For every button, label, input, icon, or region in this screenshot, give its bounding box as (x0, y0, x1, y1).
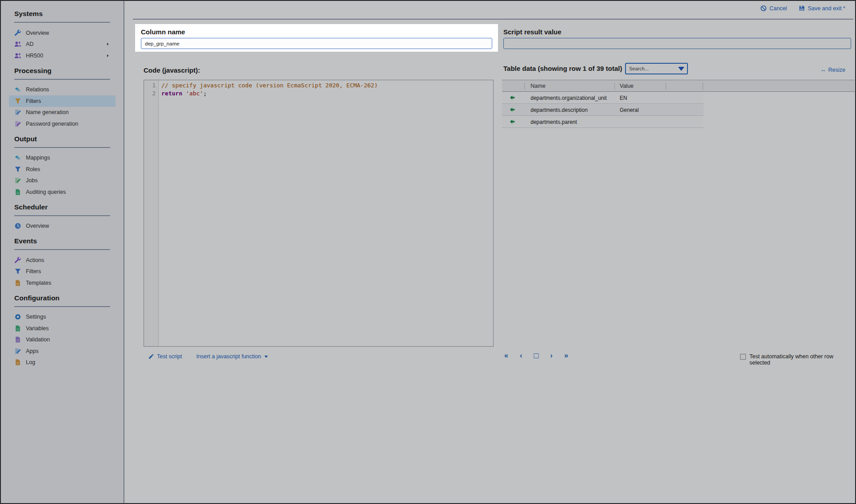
sidebar-item-ad[interactable]: AD (9, 39, 115, 50)
editor-actions: Test script Insert a javascript function (148, 353, 268, 360)
sidebar-section-divider (14, 79, 110, 80)
sidebar-section-title: Systems (14, 4, 110, 22)
document-icon (14, 336, 21, 343)
pencil-doc-icon (14, 109, 21, 116)
page-last-button[interactable]: » (564, 352, 568, 359)
table-row[interactable]: departments.parent (502, 116, 704, 128)
sidebar-item-label: Password generation (26, 121, 78, 127)
sidebar-section-configuration: ConfigurationSettingsVariablesValidation… (1, 289, 123, 369)
column-name-input[interactable] (141, 38, 492, 49)
row-value: EN (620, 95, 627, 101)
sidebar-item-label: Variables (26, 325, 49, 332)
table-row[interactable]: departments.descriptionGeneral (502, 104, 704, 116)
sidebar-item-overview[interactable]: Overview (9, 27, 115, 39)
auto-test-checkbox[interactable] (740, 354, 746, 360)
cancel-label: Cancel (770, 5, 787, 12)
sidebar-section-events: EventsActionsFiltersTemplates (1, 232, 123, 289)
cancel-button[interactable]: Cancel (760, 5, 787, 12)
content-divider (133, 19, 853, 20)
sidebar-item-hr500[interactable]: HR500 (9, 50, 115, 61)
funnel-icon (14, 166, 21, 173)
sidebar-item-label: Overview (26, 30, 49, 36)
sidebar-item-overview[interactable]: Overview (9, 221, 115, 232)
document-icon (14, 188, 21, 196)
sidebar-item-label: Validation (26, 336, 50, 343)
sidebar-item-filters[interactable]: Filters (9, 95, 115, 107)
sidebar-item-actions[interactable]: Actions (9, 254, 115, 266)
sidebar-item-label: Log (26, 359, 35, 365)
sidebar-item-label: Name generation (26, 109, 69, 115)
sidebar-section-divider (14, 306, 110, 307)
header-divider (614, 83, 615, 90)
data-table: Name Value departments.organizational_un… (502, 80, 855, 128)
row-name: departments.organizational_unit (531, 95, 607, 101)
submenu-chevron-icon (106, 53, 110, 58)
page-current-button[interactable]: □ (534, 352, 539, 360)
sidebar-item-mappings[interactable]: Mappings (9, 152, 115, 164)
sidebar-item-label: Auditing queries (26, 189, 66, 195)
document-icon (14, 279, 21, 287)
sidebar-item-password-generation[interactable]: Password generation (9, 118, 115, 130)
sidebar-item-apps[interactable]: Apps (9, 345, 115, 357)
row-name: departments.description (531, 107, 588, 113)
table-row[interactable]: departments.organizational_unitEN (502, 92, 704, 104)
sidebar-section-title: Output (14, 130, 110, 147)
test-script-label: Test script (157, 353, 182, 360)
pagination: « ‹ □ › » (504, 352, 568, 360)
sidebar-item-label: HR500 (26, 53, 43, 59)
sidebar-item-relations[interactable]: Relations (9, 84, 115, 96)
sidebar-item-log[interactable]: Log (9, 357, 115, 369)
save-icon (798, 5, 805, 12)
column-name-panel: Column name (135, 24, 498, 52)
insert-column-arrow-icon[interactable] (509, 119, 515, 125)
sidebar-item-roles[interactable]: Roles (9, 164, 115, 175)
sidebar-section-processing: ProcessingRelationsFiltersName generatio… (1, 61, 123, 130)
sidebar-item-auditing-queries[interactable]: Auditing queries (9, 186, 115, 198)
sidebar-item-templates[interactable]: Templates (9, 277, 115, 289)
sidebar-item-label: Mappings (26, 155, 50, 161)
gear-icon (14, 313, 21, 320)
code-token-string: 'abc' (186, 90, 203, 97)
wrench-icon (14, 29, 21, 37)
insert-column-arrow-icon[interactable] (509, 107, 515, 113)
sidebar-item-variables[interactable]: Variables (9, 323, 115, 334)
sidebar-section-divider (14, 147, 110, 148)
sidebar-item-settings[interactable]: Settings (9, 311, 115, 323)
resize-button[interactable]: ↔ Resize (820, 67, 845, 73)
search-placeholder: Search... (626, 66, 678, 71)
arrows-icon (14, 86, 21, 93)
row-name: departments.parent (531, 119, 577, 125)
sidebar-section-title: Configuration (14, 289, 110, 306)
code-line: // specify javascript code (version Ecma… (161, 82, 378, 90)
sidebar-section-scheduler: SchedulerOverview (1, 198, 123, 232)
sidebar-section-systems: SystemsOverviewADHR500 (1, 4, 123, 61)
code-token-plain: ; (203, 90, 207, 97)
header-divider (703, 83, 703, 90)
main-content: Cancel Save and exit * Column name Scrip… (124, 1, 855, 503)
page-prev-button[interactable]: ‹ (520, 352, 522, 359)
sidebar: SystemsOverviewADHR500ProcessingRelation… (1, 1, 124, 503)
code-editor[interactable]: 12 // specify javascript code (version E… (144, 80, 494, 347)
app-window: SystemsOverviewADHR500ProcessingRelation… (0, 0, 856, 504)
code-token-comment: // specify javascript code (version Ecma… (161, 82, 378, 89)
save-and-exit-button[interactable]: Save and exit * (798, 5, 845, 12)
page-next-button[interactable]: › (550, 352, 552, 359)
insert-function-button[interactable]: Insert a javascript function (196, 353, 268, 360)
pencil-doc-icon (14, 177, 21, 184)
sidebar-item-name-generation[interactable]: Name generation (9, 107, 115, 119)
insert-column-arrow-icon[interactable] (509, 94, 515, 101)
sidebar-item-validation[interactable]: Validation (9, 334, 115, 346)
page-first-button[interactable]: « (504, 352, 508, 359)
script-result-input[interactable] (503, 38, 851, 49)
test-script-button[interactable]: Test script (148, 353, 182, 360)
sidebar-section-title: Scheduler (14, 198, 110, 215)
code-token-plain (182, 90, 186, 97)
submenu-chevron-icon (106, 42, 110, 46)
code-gutter: 12 (144, 80, 159, 346)
header-divider (666, 83, 666, 90)
dropdown-caret-icon (678, 67, 684, 71)
search-combobox[interactable]: Search... (625, 63, 688, 74)
sidebar-item-jobs[interactable]: Jobs (9, 175, 115, 187)
sidebar-item-filters[interactable]: Filters (9, 266, 115, 278)
code-lines: // specify javascript code (version Ecma… (159, 80, 378, 346)
